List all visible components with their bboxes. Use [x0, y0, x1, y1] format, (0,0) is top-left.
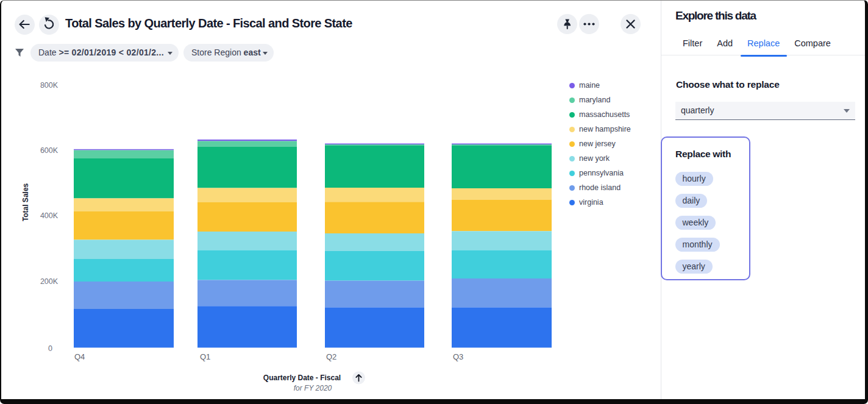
svg-text:for FY 2020: for FY 2020: [294, 384, 332, 392]
svg-text:Q2: Q2: [326, 352, 336, 361]
svg-text:Q1: Q1: [200, 352, 210, 361]
svg-text:600K: 600K: [40, 146, 59, 155]
svg-text:0: 0: [48, 344, 52, 353]
svg-text:Quarterly Date - Fiscal: Quarterly Date - Fiscal: [263, 374, 341, 382]
svg-text:Q4: Q4: [74, 352, 85, 361]
svg-text:200K: 200K: [40, 277, 59, 286]
svg-text:400K: 400K: [40, 211, 59, 220]
svg-text:Q3: Q3: [453, 352, 463, 361]
svg-text:800K: 800K: [40, 81, 59, 90]
svg-text:Total Sales: Total Sales: [21, 183, 30, 221]
